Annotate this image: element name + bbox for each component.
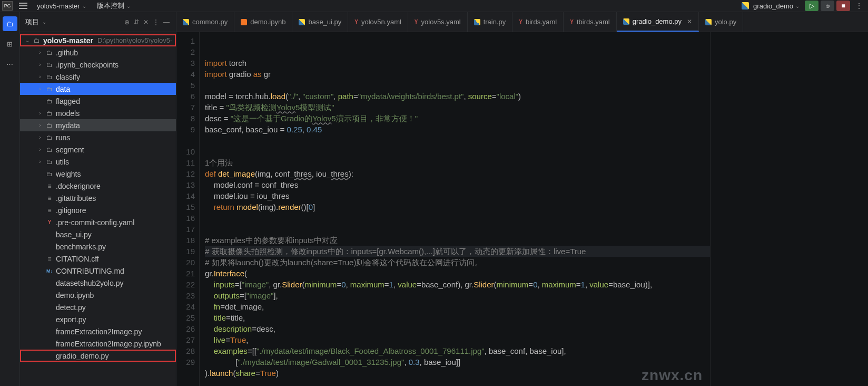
debug-button[interactable]: ⌾	[821, 1, 834, 11]
tree-item[interactable]: ›🗀.ipynb_checkpoints	[20, 59, 176, 71]
code-line[interactable]	[205, 135, 710, 146]
tree-item[interactable]: base_ui.py	[20, 228, 176, 240]
tree-item[interactable]: Y.pre-commit-config.yaml	[20, 216, 176, 228]
editor-tab[interactable]: common.py	[176, 12, 234, 32]
code-line[interactable]: inputs=["image", gr.Slider(minimum=0, ma…	[205, 279, 710, 290]
code-line[interactable]	[205, 146, 710, 157]
tree-root[interactable]: ⌄ 🗀 yolov5-master D:\python\yolov5\yolov…	[20, 34, 176, 46]
tree-item[interactable]: datasetshub2yolo.py	[20, 277, 176, 289]
tree-item[interactable]: ≡.dockerignore	[20, 180, 176, 192]
collapse-icon[interactable]: ✕	[142, 17, 150, 27]
tree-item[interactable]: detect.py	[20, 301, 176, 313]
chevron-down-icon[interactable]: ⌄	[24, 37, 31, 43]
code-line[interactable]: description=desc,	[205, 323, 710, 334]
code-line[interactable]: desc = "这是一个基于Gradio的Yolov5演示项目，非常方便！"	[205, 113, 710, 124]
editor-tab[interactable]: Ytbirds.yaml	[564, 12, 617, 32]
code-line[interactable]: base_conf, base_iou = 0.25, 0.45	[205, 124, 710, 135]
tree-item[interactable]: ›🗀classify	[20, 71, 176, 83]
code-line[interactable]: # examples中的参数要和inputs中对应	[205, 235, 710, 246]
tree-item[interactable]: ›🗀data	[20, 83, 176, 95]
expand-icon[interactable]: ⇵	[133, 17, 140, 27]
code-line[interactable]: fn=det_image,	[205, 301, 710, 312]
code-line[interactable]: import torch	[205, 57, 710, 69]
code-line[interactable]: title = "鸟类视频检测Yolov5模型测试"	[205, 102, 710, 113]
code-line[interactable]: ["./mydata/test/image/Gadwall_0001_31235…	[205, 356, 710, 368]
chevron-icon[interactable]: ›	[37, 110, 43, 116]
code-line[interactable]: model.iou = iou_thres	[205, 190, 710, 201]
code-line[interactable]: model.conf = conf_thres	[205, 179, 710, 190]
editor-tab[interactable]: train.py	[468, 12, 513, 32]
code-line[interactable]: return model(img).render()[0]	[205, 201, 710, 213]
code-line[interactable]: outputs=["image"],	[205, 290, 710, 301]
tab-label: common.py	[192, 18, 228, 26]
stop-button[interactable]: ■	[836, 1, 850, 11]
options-icon[interactable]: ⋮	[152, 17, 160, 27]
run-config-dropdown[interactable]: gradio_demo ⌄	[738, 2, 803, 10]
chevron-icon[interactable]: ›	[37, 62, 43, 67]
tree-item[interactable]: ›🗀utils	[20, 156, 176, 168]
tree-item[interactable]: ≡CITATION.cff	[20, 253, 176, 265]
chevron-icon[interactable]: ›	[37, 159, 43, 165]
editor-tab[interactable]: gradio_demo.py✕	[617, 12, 699, 32]
code-line[interactable]: live=True,	[205, 334, 710, 345]
code-line[interactable]: def det_image(img, conf_thres, iou_thres…	[205, 168, 710, 179]
tree-item[interactable]: gradio_demo.py	[20, 350, 176, 362]
chevron-down-icon[interactable]: ⌄	[42, 19, 46, 25]
chevron-icon[interactable]: ›	[37, 134, 43, 140]
chevron-icon[interactable]: ›	[37, 74, 43, 80]
editor-tab[interactable]: base_ui.py	[292, 12, 348, 32]
editor-tab[interactable]: Yyolov5s.yaml	[408, 12, 468, 32]
tree-item[interactable]: ≡.gitignore	[20, 204, 176, 216]
right-empty-panel	[710, 32, 868, 386]
code-line[interactable]: examples=[["./mydata/test/image/Black_Fo…	[205, 345, 710, 356]
code-line[interactable]: gr.Interface(	[205, 268, 710, 279]
editor-tab[interactable]: yolo.py	[699, 12, 743, 32]
tree-item[interactable]: 🗀weights	[20, 168, 176, 180]
code-line[interactable]: # 获取摄像头拍照检测，修改inputs中的：inputs=[gr.Webcam…	[205, 246, 710, 257]
minimize-icon[interactable]: —	[162, 17, 171, 27]
tree-item[interactable]: demo.ipynb	[20, 289, 176, 301]
chevron-icon[interactable]: ›	[37, 122, 43, 128]
code-content[interactable]: import torchimport gradio as gr model = …	[200, 32, 710, 386]
code-line[interactable]: import gradio as gr	[205, 69, 710, 80]
code-line[interactable]	[205, 379, 710, 386]
tree-item[interactable]: ›🗀mydata	[20, 119, 176, 131]
code-line[interactable]: title=title,	[205, 312, 710, 323]
tree-item[interactable]: ›🗀segment	[20, 143, 176, 156]
chevron-icon[interactable]: ›	[37, 86, 43, 92]
project-tree[interactable]: ⌄ 🗀 yolov5-master D:\python\yolov5\yolov…	[20, 32, 176, 386]
chevron-icon[interactable]: ›	[37, 147, 43, 152]
close-icon[interactable]: ✕	[687, 18, 692, 25]
structure-tool-icon[interactable]: ⊞	[3, 36, 17, 51]
tree-item[interactable]: ≡.gitattributes	[20, 192, 176, 204]
editor-tab[interactable]: demo.ipynb	[234, 12, 292, 32]
code-line[interactable]: ).launch(share=True)	[205, 368, 710, 379]
tree-item[interactable]: frameExtraction2Image.py.ipynb	[20, 337, 176, 350]
code-line[interactable]	[205, 213, 710, 224]
project-tool-icon[interactable]: 🗀	[3, 16, 17, 31]
editor-tab[interactable]: Ybirds.yaml	[512, 12, 564, 32]
tree-item[interactable]: export.py	[20, 313, 176, 325]
tree-item[interactable]: ›🗀.github	[20, 46, 176, 59]
vcs-dropdown[interactable]: 版本控制 ⌄	[94, 1, 134, 11]
code-line[interactable]	[205, 224, 710, 235]
locate-icon[interactable]: ⊕	[123, 17, 131, 27]
run-button[interactable]: ▷	[805, 1, 818, 11]
tree-item[interactable]: benchmarks.py	[20, 240, 176, 253]
code-line[interactable]: # 如果将launch()更改为launch(share=True)则会将这个代…	[205, 257, 710, 268]
code-line[interactable]: 1个用法	[205, 157, 710, 168]
more-actions-button[interactable]: ⋮	[852, 2, 866, 10]
tree-item[interactable]: 🗀flagged	[20, 95, 176, 107]
more-tool-icon[interactable]: ⋯	[3, 56, 17, 71]
code-line[interactable]	[205, 80, 710, 91]
tree-item[interactable]: frameExtraction2Image.py	[20, 325, 176, 337]
project-dropdown[interactable]: yolov5-master ⌄	[34, 2, 90, 10]
tree-item[interactable]: ›🗀models	[20, 107, 176, 119]
tree-item[interactable]: ›🗀runs	[20, 131, 176, 143]
code-line[interactable]: model = torch.hub.load("./", "custom", p…	[205, 91, 710, 102]
editor-tab[interactable]: Yyolov5n.yaml	[348, 12, 408, 32]
chevron-icon[interactable]: ›	[37, 50, 43, 55]
tree-item[interactable]: M↓CONTRIBUTING.md	[20, 265, 176, 277]
hamburger-menu[interactable]	[17, 1, 29, 11]
code-area[interactable]: 1234567891011121314151617181920212223242…	[176, 32, 868, 386]
